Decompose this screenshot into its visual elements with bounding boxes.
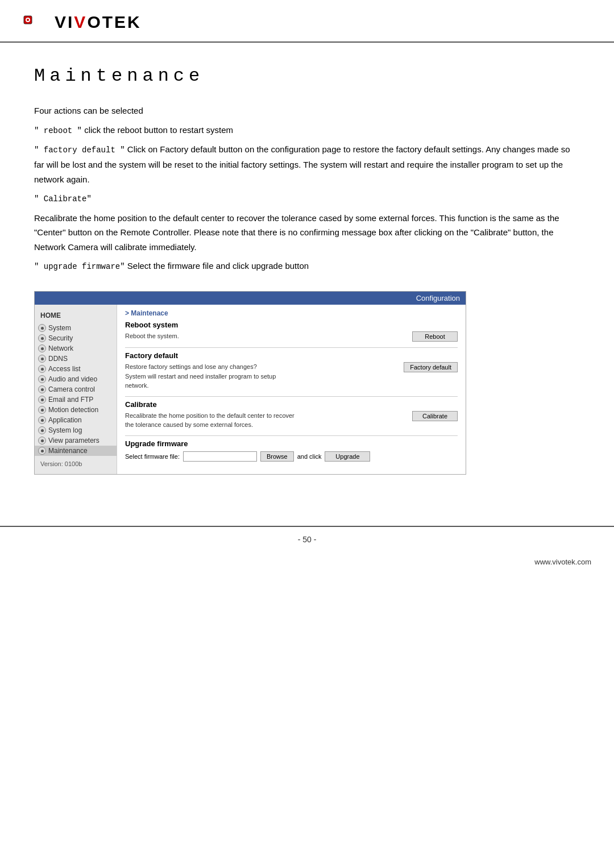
desc6-mono: " upgrade firmware" <box>34 262 125 271</box>
logo-area: VIVOTEK <box>23 11 591 33</box>
sidebar-bullet-application <box>38 416 46 424</box>
desc2-rest: click the reboot button to restart syste… <box>82 125 233 135</box>
upgrade-button[interactable]: Upgrade <box>325 451 370 462</box>
sidebar-bullet-ddns <box>38 355 46 363</box>
breadcrumb: > Maintenace <box>125 309 458 317</box>
sidebar-item-maintenance-label: Maintenance <box>48 447 88 455</box>
divider3 <box>125 435 458 436</box>
screenshot-inner: HOME System Security Network DDNS <box>35 305 466 474</box>
sidebar-item-system-label: System <box>48 324 71 332</box>
vivotek-logo-icon <box>23 11 50 33</box>
firmware-file-input[interactable] <box>183 451 257 462</box>
sidebar-version: Version: 0100b <box>35 456 117 470</box>
desc4: " Calibrate" <box>34 191 580 206</box>
firmware-row: Select firmware file: Browse and click U… <box>125 451 458 462</box>
sidebar-item-application-label: Application <box>48 416 82 424</box>
sidebar-bullet-maintenance <box>38 447 46 455</box>
divider1 <box>125 347 458 348</box>
svg-point-2 <box>27 19 29 21</box>
logo-vi: VI <box>55 13 74 31</box>
calibrate-button[interactable]: Calibrate <box>412 411 458 421</box>
sidebar-item-email-label: Email and FTP <box>48 396 93 404</box>
sidebar-item-syslog[interactable]: System log <box>35 425 117 435</box>
config-screenshot: Configuration HOME System Security Netwo… <box>34 291 466 475</box>
section-reboot-title: Reboot system <box>125 321 458 329</box>
desc6: " upgrade firmware" Select the firmware … <box>34 259 580 274</box>
sidebar-bullet-viewparams <box>38 437 46 445</box>
sidebar-item-maintenance[interactable]: Maintenance <box>35 446 117 456</box>
sidebar-item-audio[interactable]: Audio and video <box>35 374 117 384</box>
calibrate-desc: Recalibrate the home position to the def… <box>125 411 412 430</box>
logo-otek: OTEK <box>87 13 141 31</box>
footer: - 50 - <box>0 526 614 552</box>
logo-text: VIVOTEK <box>55 13 142 32</box>
desc3-mono: " factory default " <box>34 146 125 155</box>
section-firmware-title: Upgrade firmware <box>125 439 458 448</box>
sidebar-item-syslog-label: System log <box>48 426 82 434</box>
footer-page: - 50 - <box>298 535 317 544</box>
sidebar-home[interactable]: HOME <box>35 309 117 323</box>
desc1: Four actions can be selected <box>34 103 580 118</box>
sidebar-bullet-email <box>38 396 46 404</box>
sidebar: HOME System Security Network DDNS <box>35 305 117 474</box>
sidebar-item-email[interactable]: Email and FTP <box>35 394 117 405</box>
section-calibrate-title: Calibrate <box>125 400 458 409</box>
sidebar-item-system[interactable]: System <box>35 323 117 333</box>
page-header: VIVOTEK <box>0 0 614 43</box>
sidebar-item-ddns[interactable]: DDNS <box>35 354 117 364</box>
reboot-button[interactable]: Reboot <box>412 331 458 342</box>
desc5: Recalibrate the home position to the def… <box>34 211 580 255</box>
config-header-label: Configuration <box>416 294 460 302</box>
desc2-mono: " reboot " <box>34 126 82 135</box>
reboot-action-row: Reboot the system. Reboot <box>125 331 458 342</box>
sidebar-item-network[interactable]: Network <box>35 343 117 354</box>
factory-default-button[interactable]: Factory default <box>404 362 458 372</box>
config-header-bar: Configuration <box>35 292 466 305</box>
sidebar-item-network-label: Network <box>48 344 73 352</box>
logo-v: V <box>74 13 87 31</box>
sidebar-item-motion-label: Motion detection <box>48 406 98 414</box>
desc4-mono: " Calibrate" <box>34 194 92 203</box>
bottom-area: www.vivotek.com <box>0 552 614 572</box>
sidebar-bullet-syslog <box>38 426 46 434</box>
sidebar-item-access-label: Access list <box>48 365 81 373</box>
section-factory-title: Factory default <box>125 351 458 360</box>
desc6-rest: Select the firmware file and click upgra… <box>125 261 309 271</box>
sidebar-item-motion[interactable]: Motion detection <box>35 405 117 415</box>
sidebar-item-application[interactable]: Application <box>35 415 117 425</box>
sidebar-bullet-system <box>38 324 46 332</box>
reboot-desc: Reboot the system. <box>125 331 412 341</box>
browse-button[interactable]: Browse <box>260 451 294 462</box>
and-click-label: and click <box>297 453 322 460</box>
calibrate-action-row: Recalibrate the home position to the def… <box>125 411 458 430</box>
sidebar-bullet-camera <box>38 385 46 393</box>
config-main-panel: > Maintenace Reboot system Reboot the sy… <box>117 305 466 474</box>
main-content: Maintenance Four actions can be selected… <box>0 43 614 514</box>
desc3: " factory default " Click on Factory def… <box>34 142 580 186</box>
divider2 <box>125 396 458 397</box>
sidebar-bullet-motion <box>38 406 46 414</box>
sidebar-item-viewparams-label: View parameters <box>48 437 99 445</box>
footer-url: www.vivotek.com <box>534 558 591 566</box>
factory-action-row: Restore factory settings and lose any ch… <box>125 362 458 391</box>
sidebar-item-camera[interactable]: Camera control <box>35 384 117 394</box>
sidebar-item-access[interactable]: Access list <box>35 364 117 374</box>
sidebar-bullet-network <box>38 344 46 352</box>
page-title: Maintenance <box>34 65 580 86</box>
factory-desc: Restore factory settings and lose any ch… <box>125 362 404 391</box>
sidebar-item-audio-label: Audio and video <box>48 375 97 383</box>
footer-wrapper: - 50 - <box>0 535 614 544</box>
sidebar-item-security-label: Security <box>48 334 73 342</box>
sidebar-item-viewparams[interactable]: View parameters <box>35 435 117 446</box>
sidebar-bullet-access <box>38 365 46 373</box>
sidebar-item-camera-label: Camera control <box>48 385 95 393</box>
firmware-section: Select firmware file: Browse and click U… <box>125 451 458 462</box>
sidebar-bullet-audio <box>38 375 46 383</box>
sidebar-bullet-security <box>38 334 46 342</box>
firmware-label: Select firmware file: <box>125 453 180 460</box>
sidebar-item-security[interactable]: Security <box>35 333 117 343</box>
sidebar-item-ddns-label: DDNS <box>48 355 68 363</box>
desc2: " reboot " click the reboot button to re… <box>34 123 580 138</box>
